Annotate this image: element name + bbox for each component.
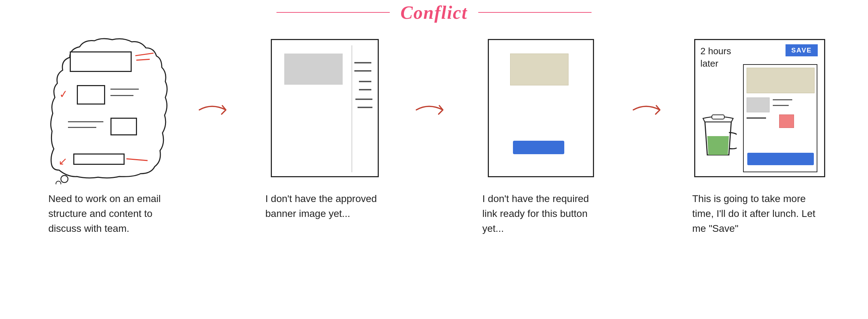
scene-2-block: I don't have the approved banner image y… [238, 35, 413, 221]
s1-bot-right-rect [110, 118, 137, 135]
s1-mid-right-line-1 [110, 89, 139, 90]
svg-point-0 [61, 175, 68, 183]
s4-save-button[interactable]: SAVE [786, 44, 817, 56]
arrow-1 [196, 35, 238, 184]
s2-right-line-6 [358, 107, 372, 108]
coffee-cup-svg [699, 113, 737, 159]
s1-top-rect [70, 51, 132, 72]
main-content: ✓ ↙ Need to work on an email structure a… [0, 25, 868, 319]
s2-right-line-3 [359, 81, 371, 82]
s1-mid-right-line-2 [110, 95, 133, 96]
scene-4-frame: 2 hourslater SAVE [692, 35, 827, 184]
s2-right-line-5 [355, 99, 372, 100]
s2-right-line-4 [359, 89, 371, 90]
s1-mid-left-rect [77, 85, 105, 105]
s4-line-c [747, 117, 766, 119]
scene-3-block: I don't have the required link ready for… [455, 35, 630, 236]
scene-1-caption: Need to work on an email structure and c… [48, 191, 169, 236]
scene-1-block: ✓ ↙ Need to work on an email structure a… [21, 35, 196, 236]
arrow-2-svg [415, 96, 453, 124]
s1-red-arrow: ↙ [58, 155, 67, 167]
s3-outer-card [488, 39, 594, 177]
scene-3-frame [482, 35, 603, 184]
s3-beige-banner [510, 54, 569, 85]
s4-line-b [773, 105, 789, 106]
header-line-left [276, 12, 390, 13]
svg-rect-3 [712, 115, 724, 119]
s4-inner-card [743, 64, 817, 172]
s2-vert-divider [352, 45, 352, 172]
s2-right-line-2 [354, 70, 371, 72]
arrow-2 [413, 35, 455, 184]
arrow-3 [630, 35, 672, 184]
s3-blue-button [513, 141, 564, 154]
scene-2-frame [265, 35, 386, 184]
s4-time-note: 2 hourslater [701, 45, 731, 70]
header-line-right [478, 12, 592, 13]
conflict-title: Conflict [400, 2, 467, 23]
s4-pink-rect [779, 114, 794, 128]
s4-outer-card: 2 hourslater SAVE [694, 39, 825, 177]
scene-2-caption: I don't have the approved banner image y… [265, 191, 386, 221]
conflict-header: Conflict [0, 0, 868, 25]
scene-4-block: 2 hourslater SAVE [672, 35, 847, 236]
s1-checkmark: ✓ [58, 88, 68, 101]
scene-4-caption: This is going to take more time, I'll do… [692, 191, 827, 236]
svg-point-1 [56, 181, 61, 184]
arrow-3-svg [632, 96, 670, 124]
s1-bottom-btn-rect [73, 153, 125, 165]
s2-banner-grey [284, 54, 343, 85]
scene-1-frame: ✓ ↙ [48, 35, 169, 184]
s1-bot-line-1 [68, 121, 103, 122]
s4-small-grey-rect [747, 97, 770, 112]
s2-outer-card [271, 39, 379, 177]
arrow-1-svg [198, 96, 236, 124]
s4-small-banner [747, 68, 815, 93]
s4-line-a [773, 99, 792, 100]
s4-inner-blue-btn [747, 153, 814, 165]
scene-3-caption: I don't have the required link ready for… [482, 191, 603, 236]
s1-bot-line-2 [68, 127, 96, 128]
s2-right-line-1 [354, 62, 371, 63]
